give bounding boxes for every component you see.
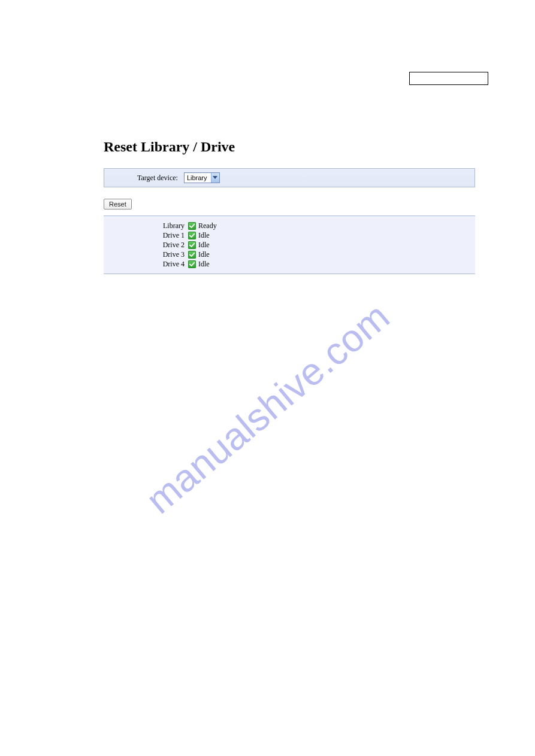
status-row-label: Drive 2 [155,241,185,250]
device-status-panel: Library Ready Drive 1 Idle Drive 2 Idle [104,215,475,274]
target-device-label: Target device: [137,174,178,183]
target-device-select[interactable]: Library [184,172,220,183]
status-row-drive2: Drive 2 Idle [104,240,475,250]
check-icon [188,241,196,249]
target-device-panel: Target device: Library [104,168,475,187]
status-row-value: Idle [198,250,210,259]
page: manualshive.com Reset Library / Drive Ta… [0,0,535,756]
status-row-library: Library Ready [104,221,475,230]
page-title: Reset Library / Drive [104,139,475,155]
check-icon [188,232,196,239]
check-icon [188,260,196,268]
target-device-select-value: Library [185,174,211,181]
content-area: Reset Library / Drive Target device: Lib… [104,139,475,274]
check-icon [188,222,196,230]
corner-box [409,72,488,85]
watermark-text: manualshive.com [137,294,398,523]
reset-button-row: Reset [104,198,475,210]
status-row-value: Idle [198,241,210,250]
status-row-label: Library [155,221,185,230]
status-row-drive3: Drive 3 Idle [104,250,475,259]
status-row-value: Idle [198,231,210,240]
status-row-value: Ready [198,221,217,230]
status-row-value: Idle [198,260,210,269]
chevron-down-icon [211,173,219,183]
status-row-label: Drive 4 [155,260,185,269]
status-row-drive4: Drive 4 Idle [104,259,475,269]
status-row-label: Drive 1 [155,231,185,240]
reset-button[interactable]: Reset [104,199,132,210]
target-device-row: Target device: Library [104,172,474,183]
check-icon [188,251,196,259]
status-row-label: Drive 3 [155,250,185,259]
status-row-drive1: Drive 1 Idle [104,230,475,240]
